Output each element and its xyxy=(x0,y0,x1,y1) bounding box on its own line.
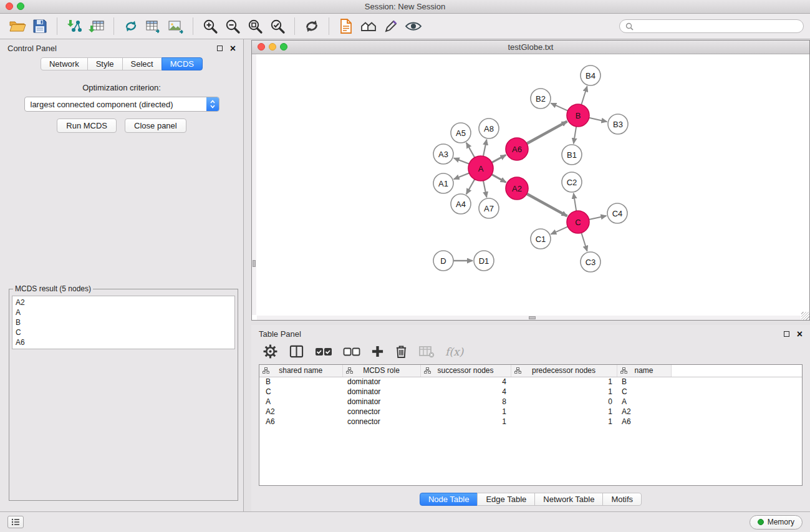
node-C1[interactable]: C1 xyxy=(531,229,551,249)
edge-A-A8[interactable] xyxy=(483,140,486,157)
search-input[interactable] xyxy=(637,22,798,31)
zoom-in-button[interactable] xyxy=(199,16,221,36)
table-tab-network-table[interactable]: Network Table xyxy=(534,493,603,506)
annotate-button[interactable] xyxy=(380,16,402,36)
memory-button[interactable]: Memory xyxy=(750,515,803,530)
table-settings-button[interactable] xyxy=(263,344,278,359)
horizontal-scrollbar[interactable] xyxy=(257,316,801,320)
node-D1[interactable]: D1 xyxy=(474,251,494,271)
clone-network-button[interactable] xyxy=(120,16,142,36)
column-header-name[interactable]: name xyxy=(617,365,671,377)
zoom-selected-button[interactable] xyxy=(266,16,289,36)
table-tab-motifs[interactable]: Motifs xyxy=(602,493,642,506)
node-C3[interactable]: C3 xyxy=(581,252,600,272)
mcds-result-item[interactable]: A6 xyxy=(12,337,234,347)
column-header-MCDS-role[interactable]: MCDS role xyxy=(342,365,420,377)
select-all-button[interactable] xyxy=(315,346,332,358)
edge-C-C3[interactable] xyxy=(581,233,587,251)
edge-A-A6[interactable] xyxy=(492,155,506,162)
network-zoom-button[interactable] xyxy=(280,43,287,51)
node-B2[interactable]: B2 xyxy=(531,89,551,109)
document-button[interactable] xyxy=(335,16,357,36)
float-panel-icon[interactable] xyxy=(217,46,223,51)
zoom-out-button[interactable] xyxy=(221,16,244,36)
node-B3[interactable]: B3 xyxy=(608,114,628,134)
close-panel-icon[interactable]: × xyxy=(797,331,803,337)
delete-table-button[interactable] xyxy=(418,345,435,359)
export-table-button[interactable] xyxy=(142,16,165,36)
table-row[interactable]: Bdominator41B xyxy=(259,377,802,387)
edge-B-B2[interactable] xyxy=(551,103,567,110)
edge-B-B3[interactable] xyxy=(589,118,607,122)
tab-mcds[interactable]: MCDS xyxy=(162,57,203,70)
edge-A-A7[interactable] xyxy=(483,181,486,198)
edge-B-B4[interactable] xyxy=(581,86,587,105)
edge-B-B1[interactable] xyxy=(574,127,576,143)
node-C4[interactable]: C4 xyxy=(607,203,627,223)
zoom-fit-button[interactable] xyxy=(244,16,266,36)
edge-C-C1[interactable] xyxy=(551,226,567,234)
edge-A-A4[interactable] xyxy=(466,179,475,194)
node-A2[interactable]: A2 xyxy=(506,177,528,200)
tab-network[interactable]: Network xyxy=(41,57,88,70)
table-row[interactable]: Cdominator41C xyxy=(259,387,802,397)
column-header-predecessor-nodes[interactable]: predecessor nodes xyxy=(511,365,617,377)
run-mcds-button[interactable]: Run MCDS xyxy=(57,118,117,133)
node-A[interactable]: A xyxy=(468,156,493,181)
optimization-dropdown[interactable]: largest connected component (directed) xyxy=(24,97,219,112)
edge-A-A3[interactable] xyxy=(454,158,470,163)
node-B[interactable]: B xyxy=(567,104,589,127)
mcds-result-item[interactable]: A xyxy=(12,307,234,317)
node-A5[interactable]: A5 xyxy=(451,123,471,143)
column-header-successor-nodes[interactable]: successor nodes xyxy=(420,365,511,377)
import-table-button[interactable] xyxy=(85,16,108,36)
node-A7[interactable]: A7 xyxy=(479,198,499,218)
table-tab-edge-table[interactable]: Edge Table xyxy=(477,493,535,506)
vertical-scrollbar[interactable] xyxy=(252,54,256,315)
node-A3[interactable]: A3 xyxy=(433,144,453,164)
add-row-button[interactable] xyxy=(371,345,384,358)
edge-A-A5[interactable] xyxy=(466,143,475,158)
network-minimize-button[interactable] xyxy=(269,43,276,51)
mcds-result-item[interactable]: B xyxy=(12,317,234,327)
node-A1[interactable]: A1 xyxy=(433,173,453,193)
search-box[interactable] xyxy=(619,19,804,33)
close-window-button[interactable] xyxy=(6,2,13,10)
node-C2[interactable]: C2 xyxy=(562,172,582,192)
show-columns-button[interactable] xyxy=(289,344,304,359)
show-hide-button[interactable] xyxy=(402,16,425,36)
network-canvas[interactable]: AA2A6BCA1A3A4A5A7A8B1B2B3B4C1C2C3C4DD1 xyxy=(252,54,809,320)
panel-menu-button[interactable] xyxy=(7,516,24,528)
table-tab-node-table[interactable]: Node Table xyxy=(420,493,478,506)
scrollbar-thumb[interactable] xyxy=(529,316,536,319)
network-close-button[interactable] xyxy=(258,43,265,51)
function-builder-button[interactable]: f(x) xyxy=(445,346,463,358)
edge-C-C2[interactable] xyxy=(574,193,576,211)
float-panel-icon[interactable] xyxy=(784,331,789,337)
edge-A-A1[interactable] xyxy=(454,173,470,179)
node-B4[interactable]: B4 xyxy=(581,65,600,85)
node-B1[interactable]: B1 xyxy=(562,145,582,165)
edge-A-A2[interactable] xyxy=(492,175,506,183)
table-row[interactable]: Adominator80A xyxy=(259,397,802,407)
node-A8[interactable]: A8 xyxy=(479,118,499,138)
import-network-button[interactable] xyxy=(63,16,85,36)
tab-select[interactable]: Select xyxy=(122,57,162,70)
save-session-button[interactable] xyxy=(29,16,51,36)
scrollbar-thumb[interactable] xyxy=(253,260,256,267)
tab-style[interactable]: Style xyxy=(87,57,123,70)
deselect-all-button[interactable] xyxy=(343,346,360,358)
resize-grip[interactable] xyxy=(801,312,809,320)
mcds-result-item[interactable]: A2 xyxy=(12,297,234,307)
table-row[interactable]: A6connector11A6 xyxy=(259,417,802,427)
close-panel-button[interactable]: Close panel xyxy=(125,118,186,133)
home-button[interactable] xyxy=(357,16,380,36)
node-D[interactable]: D xyxy=(433,251,453,271)
edge-A2-C[interactable] xyxy=(527,194,567,216)
node-C[interactable]: C xyxy=(567,211,589,233)
edge-A6-B[interactable] xyxy=(527,122,567,144)
zoom-window-button[interactable] xyxy=(17,2,24,10)
node-A6[interactable]: A6 xyxy=(506,138,528,160)
table-row[interactable]: A2connector11A2 xyxy=(259,407,802,417)
edge-C-C4[interactable] xyxy=(589,216,607,220)
